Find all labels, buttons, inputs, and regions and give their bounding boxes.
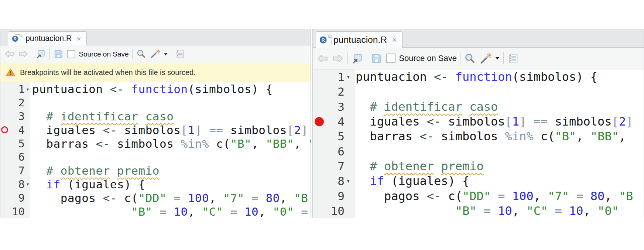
- fold-arrow-icon[interactable]: ▾: [345, 177, 352, 185]
- tab-puntuacion[interactable]: R puntuacion.R ×: [8, 31, 87, 45]
- code-token: [: [612, 114, 619, 129]
- line-number[interactable]: 7: [8, 164, 25, 177]
- code-line-2[interactable]: 2: [313, 84, 644, 99]
- chevron-down-icon: [495, 56, 500, 61]
- code-line-3[interactable]: 3 # identificar caso: [0, 110, 311, 123]
- close-icon[interactable]: ×: [392, 35, 397, 45]
- code-tools-dropdown[interactable]: [495, 56, 500, 61]
- code-token: 100: [188, 191, 209, 205]
- open-new-window-button[interactable]: [35, 49, 46, 59]
- code-line-10[interactable]: 10 "B" = 10, "C" = 10, "0" =: [0, 205, 311, 218]
- tab-puntuacion[interactable]: R puntuacion.R ×: [316, 31, 402, 48]
- editor-pane-left: R puntuacion.R × Source on Save: [0, 29, 311, 218]
- code-tools-button[interactable]: [479, 52, 491, 65]
- line-number[interactable]: 5: [325, 130, 345, 143]
- line-number[interactable]: 5: [8, 137, 25, 150]
- code-tools-button[interactable]: [150, 49, 160, 59]
- code-token: [32, 110, 46, 123]
- line-number[interactable]: 1: [325, 70, 345, 83]
- code-line-8[interactable]: 8▾ if (iguales) {: [313, 174, 644, 188]
- code-line-7[interactable]: 7 # obtener premio: [313, 159, 644, 174]
- open-new-window-button[interactable]: [351, 52, 363, 65]
- code-token: <-: [103, 191, 124, 205]
- code-token: pagos: [356, 189, 427, 203]
- code-line-4[interactable]: 4 iguales <- simbolos[1] == simbolos[2]: [0, 123, 311, 137]
- code-token: [: [287, 123, 294, 137]
- line-number[interactable]: 9: [325, 189, 345, 203]
- code-text: # identificar caso: [31, 110, 174, 123]
- code-line-5[interactable]: 5 barras <- simbolos %in% c("B", "BB",: [313, 129, 644, 144]
- code-line-7[interactable]: 7 # obtener premio: [0, 164, 311, 178]
- code-token: <-: [427, 189, 448, 203]
- code-token: [356, 100, 370, 114]
- code-line-9[interactable]: 9 pagos <- c("DD" = 100, "7" = 80, "B: [0, 191, 311, 205]
- code-token: "7": [548, 189, 569, 203]
- line-number[interactable]: 7: [325, 160, 345, 173]
- toolbar-separator: [32, 49, 32, 59]
- tab-label: puntuacion.R: [333, 35, 387, 45]
- code-line-1[interactable]: 1▾puntuacion <- function(simbolos) {: [313, 69, 644, 84]
- breakpoint-indicator[interactable]: [1, 126, 8, 133]
- code-token: =: [160, 205, 174, 218]
- fold-arrow-icon[interactable]: ▾: [25, 181, 31, 188]
- close-icon[interactable]: ×: [76, 34, 81, 43]
- tab-bar: R puntuacion.R ×: [313, 29, 644, 48]
- code-line-8[interactable]: 8▾ if (iguales) {: [0, 178, 311, 191]
- line-number[interactable]: 8: [8, 178, 25, 191]
- code-tools-dropdown[interactable]: [164, 52, 168, 56]
- code-editor[interactable]: 1▾puntuacion <- function(simbolos) {23 #…: [0, 82, 311, 218]
- compile-report-button[interactable]: [175, 49, 185, 59]
- line-number[interactable]: 2: [8, 96, 25, 109]
- code-line-6[interactable]: 6: [313, 144, 644, 158]
- line-number[interactable]: 10: [8, 205, 25, 218]
- compile-report-button[interactable]: [507, 52, 519, 65]
- code-text: if (iguales) {: [31, 178, 145, 191]
- line-number[interactable]: 3: [325, 100, 345, 113]
- code-line-3[interactable]: 3 # identificar caso: [313, 99, 644, 114]
- forward-button[interactable]: [332, 52, 344, 65]
- line-number[interactable]: 6: [325, 145, 345, 158]
- code-line-9[interactable]: 9 pagos <- c("DD" = 100, "7" = 80, "B: [313, 188, 644, 203]
- code-line-10[interactable]: 10 "B" = 10, "C" = 10, "0": [313, 203, 644, 218]
- line-number[interactable]: 4: [8, 124, 25, 136]
- find-replace-button[interactable]: [464, 52, 476, 65]
- line-number[interactable]: 4: [325, 115, 345, 128]
- line-number[interactable]: 1: [8, 83, 25, 95]
- code-token: [434, 159, 441, 173]
- breakpoint-gutter-cell[interactable]: [313, 117, 325, 126]
- source-on-save-checkbox[interactable]: [67, 50, 75, 58]
- breakpoint-indicator[interactable]: [315, 117, 324, 126]
- line-number[interactable]: 6: [8, 151, 25, 163]
- breakpoint-gutter-cell[interactable]: [0, 126, 8, 133]
- save-button[interactable]: [370, 52, 383, 65]
- fold-arrow-icon[interactable]: ▾: [25, 86, 31, 93]
- forward-button[interactable]: [18, 49, 29, 59]
- find-replace-button[interactable]: [136, 49, 147, 59]
- code-line-2[interactable]: 2: [0, 96, 311, 110]
- code-token: simbolos: [124, 123, 181, 137]
- back-button[interactable]: [4, 49, 15, 59]
- code-token: "B: [294, 191, 308, 205]
- search-icon: [136, 49, 147, 59]
- save-icon: [370, 52, 383, 65]
- back-button[interactable]: [316, 52, 329, 65]
- code-line-5[interactable]: 5 barras <- simbolos %in% c("B", "BB", ": [0, 137, 311, 150]
- code-line-6[interactable]: 6: [0, 150, 311, 164]
- line-number[interactable]: 9: [8, 192, 25, 204]
- code-line-4[interactable]: 4 iguales <- simbolos[1] == simbolos[2]: [313, 114, 644, 129]
- code-text: # obtener premio: [352, 159, 484, 173]
- code-token: barras: [356, 129, 419, 143]
- code-token: "BB": [590, 129, 619, 143]
- code-token: [526, 114, 533, 129]
- source-on-save-checkbox[interactable]: [386, 54, 395, 63]
- line-number[interactable]: 3: [8, 110, 25, 123]
- save-button[interactable]: [53, 49, 64, 59]
- code-token: [153, 205, 160, 218]
- fold-arrow-icon[interactable]: ▾: [345, 73, 352, 81]
- code-line-1[interactable]: 1▾puntuacion <- function(simbolos) {: [0, 82, 311, 96]
- line-number[interactable]: 8: [325, 174, 345, 188]
- toolbar-separator: [460, 52, 460, 64]
- code-editor[interactable]: 1▾puntuacion <- function(simbolos) {23 #…: [313, 69, 644, 218]
- line-number[interactable]: 2: [325, 85, 345, 98]
- line-number[interactable]: 10: [325, 204, 345, 218]
